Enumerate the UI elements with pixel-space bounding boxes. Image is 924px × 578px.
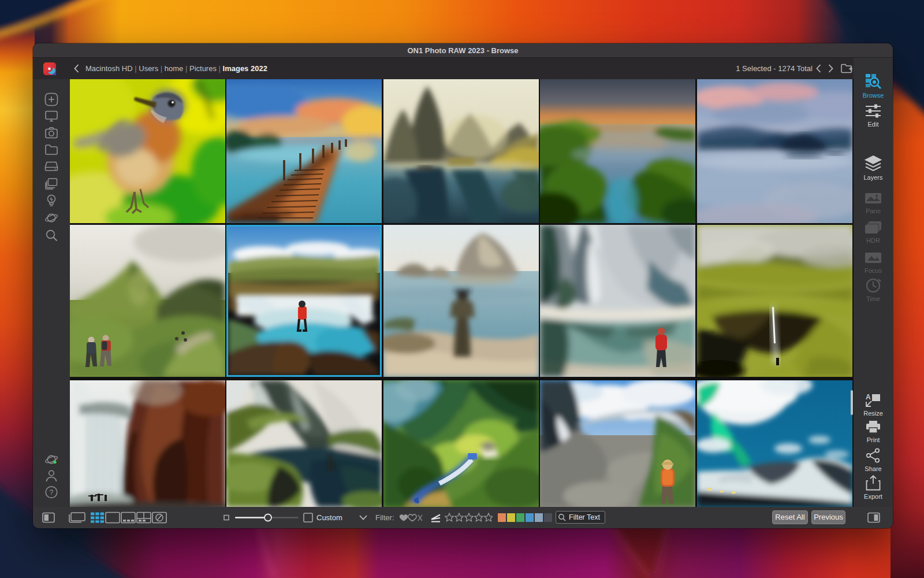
svg-text:A: A [866, 393, 871, 401]
svg-text:?: ? [50, 488, 54, 497]
